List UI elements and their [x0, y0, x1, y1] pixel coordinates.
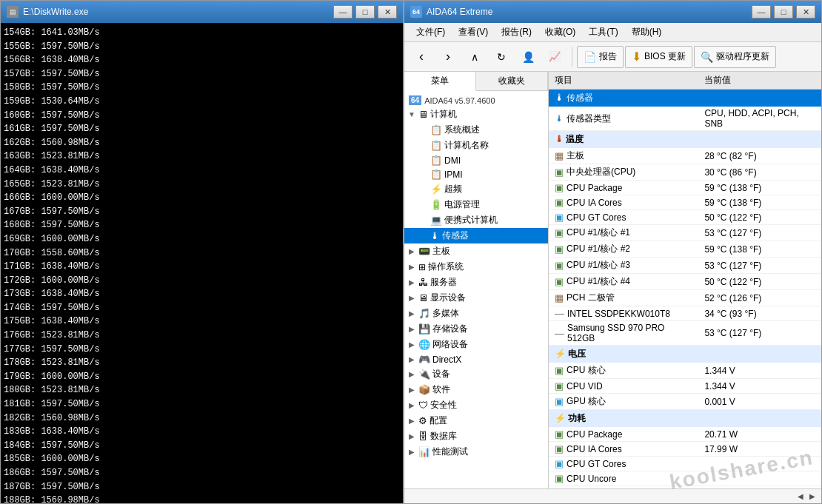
disk-line: 159GB: 1530.64MB/s [4, 95, 400, 109]
menu-view[interactable]: 查看(V) [452, 24, 494, 40]
scroll-right[interactable]: ▶ [806, 492, 818, 500]
aida-close-button[interactable]: ✕ [796, 5, 815, 19]
disk-line: 184GB: 1597.50MB/s [4, 439, 400, 453]
sensor-type-value: CPU, HDD, ACPI, PCH, SNB [698, 107, 821, 131]
sensor-type-row: 🌡 传感器类型 CPU, HDD, ACPI, PCH, SNB [549, 107, 821, 131]
temp-core4-row: ▣ CPU #1/核心 #4 50 °C (122 °F) [549, 274, 821, 290]
update-icon: 🔍 [701, 51, 713, 63]
disk-line: 180GB: 1523.81MB/s [4, 383, 400, 397]
disk-line: 163GB: 1523.81MB/s [4, 149, 400, 164]
aida-window: 64 AIDA64 Extreme — □ ✕ 文件(F) 查看(V) 报告(R… [404, 0, 822, 504]
menu-tools[interactable]: 工具(T) [583, 24, 624, 40]
sidebar-tabs: 菜单 收藏夹 [404, 72, 548, 91]
temp-ssd2-row: — Samsung SSD 970 PRO 512GB 53 °C (127 °… [549, 321, 821, 346]
bios-icon: ⬇ [632, 50, 641, 64]
restore-button[interactable]: □ [355, 5, 375, 19]
disk-line: 175GB: 1638.40MB/s [4, 315, 400, 329]
disk-title: E:\DiskWrite.exe [23, 7, 88, 17]
tree-ipmi[interactable]: 📋 IPMI [404, 167, 548, 181]
temp-cpu-gt-row: ▣ CPU GT Cores 50 °C (122 °F) [549, 210, 821, 225]
disk-line: 167GB: 1597.50MB/s [4, 205, 400, 219]
cpu-ia-icon: ▣ [555, 197, 564, 208]
disk-line: 156GB: 1638.40MB/s [4, 53, 400, 67]
tree-overview[interactable]: 📋 系统概述 [404, 122, 548, 138]
tree-software[interactable]: ▶ 📦 软件 [404, 382, 548, 397]
disk-line: 183GB: 1638.40MB/s [4, 425, 400, 439]
sensor-header-label: 传感器 [567, 93, 593, 103]
tab-favorites[interactable]: 收藏夹 [476, 72, 548, 90]
pwr-gt-icon: ▣ [555, 458, 564, 469]
tree-database[interactable]: ▶ 🗄 数据库 [404, 429, 548, 444]
up-button[interactable]: ∧ [462, 45, 487, 69]
menu-report[interactable]: 报告(R) [495, 24, 538, 40]
tree-computer[interactable]: ▼ 🖥 计算机 [404, 107, 548, 122]
report-button[interactable]: 📄 报告 [577, 46, 624, 68]
tree-display[interactable]: ▶ 🖥 显示设备 [404, 290, 548, 306]
scroll-left[interactable]: ◀ [795, 492, 806, 500]
disk-line: 170GB: 1558.60MB/s [4, 246, 400, 261]
tree-storage[interactable]: ▶ 💾 存储设备 [404, 321, 548, 337]
tree-power[interactable]: 🔋 电源管理 [404, 197, 548, 212]
disk-line: 173GB: 1638.40MB/s [4, 287, 400, 301]
bottom-scrollbar[interactable]: ◀ ▶ [404, 488, 821, 503]
tree-overclock[interactable]: ⚡ 超频 [404, 181, 548, 197]
tree-multimedia[interactable]: ▶ 🎵 多媒体 [404, 306, 548, 321]
tree-server[interactable]: ▶ 🖧 服务器 [404, 275, 548, 290]
disk-line: 172GB: 1600.00MB/s [4, 274, 400, 288]
temp-cpu-package-row: ▣ CPU Package 59 °C (138 °F) [549, 181, 821, 195]
menu-favorites[interactable]: 收藏(O) [539, 24, 581, 40]
tree-dmi[interactable]: 📋 DMI [404, 153, 548, 167]
tree-os[interactable]: ▶ ⊞ 操作系统 [404, 259, 548, 275]
disk-line: 164GB: 1638.40MB/s [4, 164, 400, 178]
aida-restore-button[interactable]: □ [774, 5, 793, 19]
aida-app-icon: 64 [410, 6, 422, 18]
pch-icon: ▦ [555, 292, 564, 303]
temp-pch-row: ▦ PCH 二极管 52 °C (126 °F) [549, 290, 821, 306]
temp-cpu-row: ▣ 中央处理器(CPU) 30 °C (86 °F) [549, 164, 821, 181]
tree-compname[interactable]: 📋 计算机名称 [404, 138, 548, 153]
report-icon: 📄 [584, 51, 596, 63]
tree-sensor[interactable]: 🌡 传感器 [404, 228, 548, 243]
tree-directx[interactable]: ▶ 🎮 DirectX [404, 352, 548, 366]
tab-menu[interactable]: 菜单 [404, 72, 476, 91]
tree-network[interactable]: ▶ 🌐 网络设备 [404, 337, 548, 352]
menu-help[interactable]: 帮助(H) [626, 24, 668, 40]
chart-button[interactable]: 📈 [542, 45, 567, 69]
back-button[interactable]: ‹ [409, 45, 434, 69]
temp-core1-row: ▣ CPU #1/核心 #1 53 °C (127 °F) [549, 225, 821, 241]
cpu-icon: ▣ [555, 167, 564, 178]
disk-window-controls: — □ ✕ [333, 5, 397, 19]
profile-button[interactable]: 👤 [515, 45, 541, 69]
close-button[interactable]: ✕ [378, 5, 397, 19]
tree-mainboard[interactable]: ▶ 📟 主板 [404, 243, 548, 259]
tree-portable[interactable]: 💻 便携式计算机 [404, 212, 548, 228]
driver-label: 驱动程序更新 [716, 50, 769, 63]
pwr-pkg-icon: ▣ [555, 429, 564, 440]
disk-line: 161GB: 1597.50MB/s [4, 122, 400, 136]
forward-button[interactable]: › [435, 45, 461, 69]
aida-minimize-button[interactable]: — [752, 5, 771, 19]
report-label: 报告 [599, 50, 617, 63]
driver-update-button[interactable]: 🔍 驱动程序更新 [694, 46, 776, 68]
menu-bar: 文件(F) 查看(V) 报告(R) 收藏(O) 工具(T) 帮助(H) [404, 23, 821, 42]
col-item: 项目 [549, 72, 698, 90]
computer-icon: 🖥 [418, 109, 428, 120]
volt-gpu-icon: ▣ [555, 396, 564, 407]
toolbar: ‹ › ∧ ↻ 👤 📈 📄 报告 ⬇ BIOS 更新 🔍 驱动程序更新 [404, 42, 821, 72]
cpu-gt-icon: ▣ [555, 212, 564, 223]
content-panel[interactable]: 项目 当前值 🌡 传感器 🌡 [549, 72, 821, 488]
disk-line: 157GB: 1597.50MB/s [4, 67, 400, 81]
minimize-button[interactable]: — [333, 5, 352, 19]
section-sensor: 🌡 传感器 [549, 90, 821, 107]
aida-version: 64 AIDA64 v5.97.4600 [404, 94, 548, 107]
tree-security[interactable]: ▶ 🛡 安全性 [404, 397, 548, 413]
aida-window-controls: — □ ✕ [752, 5, 815, 19]
bios-update-button[interactable]: ⬇ BIOS 更新 [625, 46, 692, 68]
refresh-button[interactable]: ↻ [489, 45, 514, 69]
pwr-cpu-gt-row: ▣ CPU GT Cores [549, 457, 821, 471]
tree-benchmark[interactable]: ▶ 📊 性能测试 [404, 444, 548, 460]
menu-file[interactable]: 文件(F) [410, 24, 451, 40]
tree-devices[interactable]: ▶ 🔌 设备 [404, 366, 548, 382]
tree-config[interactable]: ▶ ⚙ 配置 [404, 413, 548, 429]
pwr-group-icon: ⚡ [555, 413, 566, 423]
